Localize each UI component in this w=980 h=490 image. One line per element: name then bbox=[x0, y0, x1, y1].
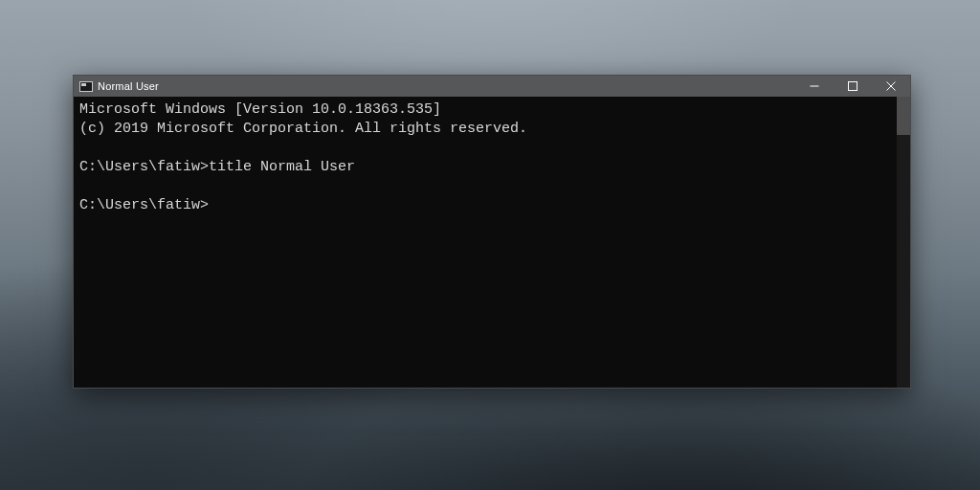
desktop-background: Normal User Microsoft Windows [Version 1… bbox=[0, 0, 980, 490]
window-controls bbox=[795, 76, 910, 97]
scrollbar-track[interactable] bbox=[897, 97, 910, 388]
terminal-line: C:\Users\fatiw> bbox=[79, 197, 209, 213]
command-prompt-window: Normal User Microsoft Windows [Version 1… bbox=[73, 75, 911, 389]
minimize-button[interactable] bbox=[795, 76, 834, 97]
close-button[interactable] bbox=[872, 76, 910, 97]
maximize-button[interactable] bbox=[834, 76, 872, 97]
cmd-icon bbox=[79, 81, 93, 92]
titlebar[interactable]: Normal User bbox=[74, 76, 910, 97]
terminal-output: Microsoft Windows [Version 10.0.18363.53… bbox=[79, 100, 895, 384]
window-title: Normal User bbox=[98, 80, 159, 92]
terminal-area[interactable]: Microsoft Windows [Version 10.0.18363.53… bbox=[74, 97, 910, 388]
terminal-line: C:\Users\fatiw>title Normal User bbox=[79, 159, 355, 175]
svg-rect-1 bbox=[849, 82, 858, 91]
terminal-line: (c) 2019 Microsoft Corporation. All righ… bbox=[79, 121, 527, 137]
terminal-line: Microsoft Windows [Version 10.0.18363.53… bbox=[79, 101, 441, 118]
scrollbar-thumb[interactable] bbox=[897, 97, 910, 135]
